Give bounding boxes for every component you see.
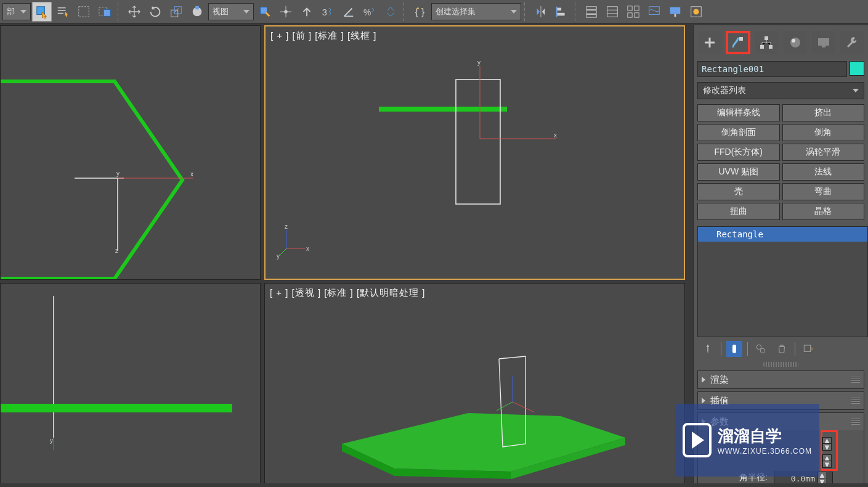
length-spinner[interactable]: ▲▼ — [822, 437, 832, 451]
hierarchy-tab[interactable] — [755, 31, 778, 54]
mod-btn-turbosmooth[interactable]: 涡轮平滑 — [782, 144, 865, 161]
render-setup-button[interactable] — [665, 2, 685, 22]
rollout-render-header[interactable]: 渲染 — [698, 371, 864, 388]
mod-btn-twist[interactable]: 扭曲 — [697, 203, 780, 220]
make-unique-button[interactable] — [753, 341, 769, 357]
mirror-button[interactable] — [531, 2, 551, 22]
svg-rect-13 — [557, 7, 561, 10]
configure-sets-button[interactable] — [800, 341, 816, 357]
viewport-perspective[interactable]: [ + ] [透视 ] [标准 ] [默认明暗处理 ] — [264, 283, 685, 487]
toolbar-separator — [118, 2, 121, 21]
grip-icon — [851, 377, 860, 383]
svg-rect-56 — [739, 37, 743, 41]
svg-text:y: y — [116, 170, 120, 177]
spinner-snap-button[interactable] — [381, 2, 400, 22]
svg-rect-19 — [628, 6, 632, 10]
select-object-button[interactable] — [32, 2, 52, 22]
viewport-front[interactable]: [ + ] [前 ] [标准 ] [线框 ] x y x z y — [264, 25, 685, 280]
modifier-list-dropdown[interactable]: 修改器列表 — [697, 82, 864, 99]
angle-snap-button[interactable] — [339, 2, 359, 22]
move-button[interactable] — [124, 2, 144, 22]
svg-point-9 — [284, 10, 288, 14]
mod-btn-shell[interactable]: 壳 — [697, 183, 780, 200]
snap-toggle-button[interactable] — [276, 2, 296, 22]
pin-stack-button[interactable] — [700, 341, 716, 357]
motion-tab[interactable] — [784, 31, 807, 54]
svg-text:{ }: { } — [415, 6, 425, 17]
align-button[interactable] — [552, 2, 572, 22]
selection-set-label: 创建选择集 — [436, 6, 476, 17]
svg-point-26 — [693, 9, 699, 14]
grip-icon — [851, 419, 860, 425]
show-end-result-button[interactable] — [726, 341, 742, 357]
toolbar-separator — [404, 2, 407, 21]
svg-rect-67 — [804, 345, 811, 352]
svg-rect-24 — [670, 7, 681, 14]
viewport-top[interactable]: y x z — [0, 25, 261, 280]
ref-coord-dropdown[interactable]: 部 — [2, 3, 31, 20]
mod-btn-bend[interactable]: 弯曲 — [782, 183, 865, 200]
modify-tab[interactable] — [726, 31, 750, 54]
snap-3d-button[interactable]: 3 — [318, 2, 338, 22]
svg-rect-14 — [557, 12, 565, 15]
render-frame-button[interactable] — [686, 2, 706, 22]
placement-button[interactable] — [187, 2, 207, 22]
collapse-icon — [702, 398, 705, 404]
remove-modifier-button[interactable] — [774, 341, 790, 357]
select-by-name-button[interactable] — [53, 2, 73, 22]
material-editor-button[interactable] — [644, 2, 664, 22]
collapse-icon — [702, 377, 705, 383]
svg-line-53 — [513, 402, 533, 412]
chevron-down-icon — [20, 10, 26, 14]
mod-btn-bevel-profile[interactable]: 倒角剖面 — [697, 124, 780, 141]
viewport-persp-label: [ + ] [透视 ] [标准 ] [默认明暗处理 ] — [270, 287, 425, 299]
modifier-stack[interactable]: Rectangle — [697, 226, 868, 337]
viewport-top-canvas: y x z — [1, 26, 261, 280]
rollout-render-title: 渲染 — [710, 374, 729, 386]
panel-tab-row — [694, 25, 868, 60]
rotate-button[interactable] — [145, 2, 165, 22]
mod-btn-lattice[interactable]: 晶格 — [782, 203, 865, 220]
curve-editor-button[interactable]: { } — [410, 2, 430, 22]
viewport-left[interactable]: y — [0, 283, 261, 487]
object-name-input[interactable] — [697, 61, 847, 77]
chevron-down-icon — [853, 89, 859, 92]
svg-text:z: z — [285, 223, 288, 230]
use-pivot-button[interactable] — [255, 2, 275, 22]
svg-point-61 — [792, 39, 795, 43]
chevron-down-icon — [243, 10, 249, 14]
viewport-front-canvas: x y x z y — [266, 27, 685, 280]
svg-point-66 — [760, 348, 765, 353]
svg-rect-20 — [635, 6, 639, 10]
svg-rect-7 — [195, 6, 199, 9]
utilities-tab[interactable] — [840, 31, 864, 54]
object-color-swatch[interactable] — [850, 61, 864, 76]
view-dropdown-label: 视图 — [213, 6, 229, 17]
toolbar-separator — [524, 2, 528, 21]
mod-btn-uvw[interactable]: UVW 贴图 — [697, 163, 780, 181]
selection-set-dropdown[interactable]: 创建选择集 — [431, 3, 521, 20]
create-tab[interactable] — [698, 31, 721, 54]
svg-text:y: y — [50, 437, 53, 444]
scale-button[interactable] — [166, 2, 186, 22]
schematic-view-button[interactable] — [623, 2, 643, 22]
select-window-crossing-button[interactable] — [95, 2, 115, 22]
width-spinner[interactable]: ▲▼ — [822, 454, 832, 468]
svg-rect-22 — [635, 12, 639, 17]
stack-item-rectangle[interactable]: Rectangle — [698, 227, 867, 242]
panel-grip[interactable] — [763, 362, 798, 367]
display-tab[interactable] — [812, 31, 835, 54]
mod-btn-normal[interactable]: 法线 — [782, 163, 865, 181]
select-region-rect-button[interactable] — [74, 2, 94, 22]
ref-view-dropdown[interactable]: 视图 — [208, 3, 254, 20]
percent-snap-button[interactable]: % — [360, 2, 379, 22]
up-arrow-button[interactable] — [297, 2, 317, 22]
mod-btn-extrude[interactable]: 挤出 — [782, 104, 865, 121]
layers-button[interactable] — [582, 2, 601, 22]
watermark-title: 溜溜自学 — [718, 425, 812, 447]
modifier-list-label: 修改器列表 — [703, 85, 746, 96]
mod-btn-ffd[interactable]: FFD(长方体) — [697, 144, 780, 161]
mod-btn-edit-spline[interactable]: 编辑样条线 — [697, 104, 780, 121]
scene-explorer-button[interactable] — [602, 2, 622, 22]
mod-btn-bevel[interactable]: 倒角 — [782, 124, 865, 141]
